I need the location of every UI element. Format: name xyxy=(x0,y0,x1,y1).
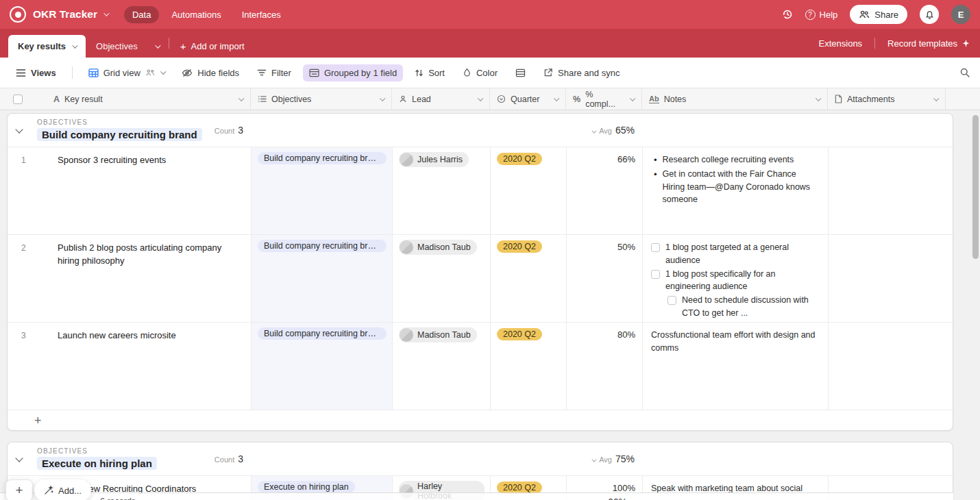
checkbox-icon[interactable] xyxy=(651,270,660,279)
column-header-attachments[interactable]: Attachments xyxy=(828,88,946,110)
column-label: Notes xyxy=(664,95,687,104)
bullet-icon xyxy=(651,168,657,206)
percent-complete-cell[interactable]: 50% xyxy=(567,235,643,322)
select-all-checkbox[interactable] xyxy=(13,95,23,104)
quarter-pill[interactable]: 2020 Q2 xyxy=(497,153,542,165)
share-button[interactable]: Share xyxy=(850,5,907,24)
attachments-cell[interactable] xyxy=(829,147,953,234)
objective-cell[interactable]: Build company recruiting brand xyxy=(252,323,393,410)
add-row-button[interactable]: + xyxy=(8,410,953,431)
notifications-button[interactable] xyxy=(920,5,939,24)
group-avg-summary[interactable]: Avg65% xyxy=(567,124,643,136)
group-build-company-recruiting-brand: OBJECTIVES Build company recruiting bran… xyxy=(7,113,953,431)
objective-pill[interactable]: Build company recruiting brand xyxy=(258,240,387,252)
app-menu-chevron-icon[interactable] xyxy=(103,10,109,16)
column-menu-chevron-icon[interactable] xyxy=(554,95,559,101)
filter-button[interactable]: Filter xyxy=(251,64,297,82)
column-menu-chevron-icon[interactable] xyxy=(478,95,483,101)
notes-cell[interactable]: Crossfunctional team effort with design … xyxy=(643,323,829,410)
attachments-cell[interactable] xyxy=(829,323,953,410)
add-or-import-label: Add or import xyxy=(191,41,245,51)
note-checkbox-item: 1 blog post targeted at a general audien… xyxy=(651,241,820,267)
column-menu-chevron-icon[interactable] xyxy=(238,95,244,101)
lead-pill[interactable]: Jules Harris xyxy=(399,152,469,167)
lead-name: Madison Taub xyxy=(417,242,471,252)
row-height-button[interactable] xyxy=(509,65,532,81)
base-logo-icon[interactable] xyxy=(10,6,26,23)
column-header-notes[interactable]: Ab Notes xyxy=(642,88,828,110)
external-link-icon xyxy=(543,68,553,77)
percent-complete-cell[interactable]: 80% xyxy=(567,323,643,410)
nav-tab-automations[interactable]: Automations xyxy=(163,6,229,23)
key-result-cell[interactable]: 1 Sponsor 3 recruiting events xyxy=(8,147,252,234)
bullet-icon xyxy=(651,153,657,167)
help-button[interactable]: ? Help xyxy=(805,10,838,20)
objective-cell[interactable]: Build company recruiting brand xyxy=(252,147,393,234)
quarter-cell[interactable]: 2020 Q2 xyxy=(491,235,567,322)
objective-pill[interactable]: Build company recruiting brand xyxy=(258,152,387,164)
column-menu-chevron-icon[interactable] xyxy=(630,95,635,101)
history-icon[interactable] xyxy=(782,9,793,20)
key-result-cell[interactable]: 3 Launch new careers microsite xyxy=(8,323,252,410)
attachments-cell[interactable] xyxy=(829,235,953,322)
vertical-scrollbar[interactable] xyxy=(972,115,979,259)
nav-tab-interfaces[interactable]: Interfaces xyxy=(234,6,289,23)
lead-cell[interactable]: Jules Harris xyxy=(393,147,491,234)
extensions-button[interactable]: Extensions xyxy=(819,38,863,49)
okr-tracker-app: OKR Tracker Data Automations Interfaces … xyxy=(0,0,980,500)
notes-cell[interactable]: Research college recruiting events Get i… xyxy=(643,147,829,234)
objective-pill[interactable]: Execute on hiring plan xyxy=(258,481,355,493)
lead-pill[interactable]: Madison Taub xyxy=(399,240,477,255)
lead-pill[interactable]: Madison Taub xyxy=(399,327,477,342)
grouped-button[interactable]: Grouped by 1 field xyxy=(303,64,403,82)
add-record-button[interactable]: + xyxy=(5,479,33,500)
avatar xyxy=(400,240,413,254)
column-menu-chevron-icon[interactable] xyxy=(380,95,385,101)
quarter-cell[interactable]: 2020 Q2 xyxy=(491,323,567,410)
single-select-field-icon xyxy=(497,95,506,103)
column-header-lead[interactable]: Lead xyxy=(392,88,490,110)
table-tab-key-results[interactable]: Key results xyxy=(8,35,86,58)
checkbox-icon[interactable] xyxy=(651,243,660,252)
percent-complete-cell[interactable]: 66% xyxy=(567,147,643,234)
column-header-percent-complete[interactable]: % % compl... xyxy=(566,88,642,110)
key-result-cell[interactable]: 2 Publish 2 blog posts articulating comp… xyxy=(8,235,252,322)
percent-field-icon: % xyxy=(573,95,580,104)
plus-icon: + xyxy=(180,41,186,51)
column-header-quarter[interactable]: Quarter xyxy=(490,88,566,110)
views-button[interactable]: Views xyxy=(10,64,62,82)
quarter-pill[interactable]: 2020 Q2 xyxy=(497,328,542,340)
lead-cell[interactable]: Madison Taub xyxy=(393,323,491,410)
lead-cell[interactable]: Madison Taub xyxy=(393,235,491,322)
table-dropdown-chevron-icon[interactable] xyxy=(72,42,77,48)
table-tab-objectives[interactable]: Objectives xyxy=(86,35,148,58)
bell-icon xyxy=(924,10,935,20)
objective-pill[interactable]: Build company recruiting brand xyxy=(258,327,387,340)
group-avg-summary[interactable]: Avg75% xyxy=(567,453,643,465)
column-header-key-result[interactable]: A Key result xyxy=(0,88,251,110)
quarter-cell[interactable]: 2020 Q2 xyxy=(491,147,567,234)
quarter-pill[interactable]: 2020 Q2 xyxy=(497,240,542,253)
sort-label: Sort xyxy=(428,68,445,78)
record-templates-button[interactable]: Record templates xyxy=(887,38,970,49)
tables-search-chevron-icon[interactable] xyxy=(148,35,166,58)
search-button[interactable] xyxy=(959,67,970,78)
objective-cell[interactable]: Build company recruiting brand xyxy=(252,235,393,322)
share-and-sync-button[interactable]: Share and sync xyxy=(537,64,626,82)
column-header-objectives[interactable]: Objectives xyxy=(251,88,392,110)
add-with-ai-button[interactable]: Add... xyxy=(34,479,91,500)
color-button[interactable]: Color xyxy=(456,64,504,82)
sort-button[interactable]: Sort xyxy=(408,64,451,82)
notes-cell[interactable]: 1 blog post targeted at a general audien… xyxy=(643,235,829,322)
nav-tab-data[interactable]: Data xyxy=(124,6,159,23)
grid-view-icon xyxy=(88,68,99,77)
hide-fields-button[interactable]: Hide fields xyxy=(175,64,245,82)
overall-avg-summary[interactable]: Avg66% xyxy=(559,496,635,500)
grid-view-button[interactable]: Grid view xyxy=(82,64,171,82)
add-or-import-button[interactable]: + Add or import xyxy=(172,35,253,58)
column-menu-chevron-icon[interactable] xyxy=(816,95,821,101)
table-row: 3 Launch new careers microsite Build com… xyxy=(8,322,953,410)
column-menu-chevron-icon[interactable] xyxy=(933,95,939,101)
checkbox-icon[interactable] xyxy=(667,296,676,305)
user-avatar[interactable]: E xyxy=(951,5,970,24)
